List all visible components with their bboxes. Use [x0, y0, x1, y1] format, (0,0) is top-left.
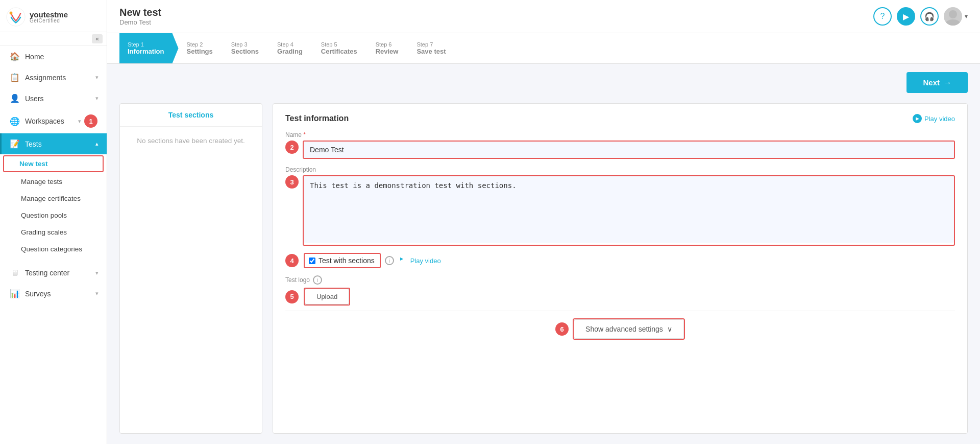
- sidebar-item-label: Users: [25, 95, 44, 103]
- description-field-group: Description 3 This test is a demonstrati…: [285, 166, 955, 246]
- svg-point-3: [946, 19, 960, 26]
- badge-6: 6: [555, 322, 569, 336]
- step-7[interactable]: Step 7 Save test: [408, 33, 456, 63]
- main-content: New test Demo Test ? ▶ 🎧 ▾ Step 1 Inform…: [107, 0, 980, 444]
- next-button[interactable]: Next →: [906, 72, 968, 93]
- test-logo-label: Test logo: [285, 276, 310, 284]
- chevron-down-icon: ▾: [95, 290, 99, 297]
- sidebar-item-label: Assignments: [25, 74, 66, 82]
- sidebar-subitem-new-test[interactable]: New test: [3, 155, 104, 172]
- description-label: Description: [285, 166, 955, 173]
- testing-center-icon: 🖥: [10, 268, 20, 277]
- advanced-settings-label: Show advanced settings: [585, 325, 663, 333]
- sidebar-subitem-label: Manage tests: [21, 178, 62, 185]
- test-logo-label-row: Test logo i: [285, 275, 955, 285]
- headset-button[interactable]: 🎧: [920, 7, 939, 26]
- home-icon: 🏠: [10, 52, 20, 61]
- step-label: Settings: [187, 48, 213, 55]
- step-label: Save test: [416, 48, 446, 55]
- sidebar-item-users[interactable]: 👤 Users ▾: [0, 88, 107, 109]
- sidebar-item-label: Tests: [25, 140, 42, 148]
- sidebar-item-tests[interactable]: 📝 Tests ▴: [0, 133, 107, 154]
- help-button[interactable]: ?: [873, 7, 892, 26]
- logo-name: youtestme: [30, 11, 68, 18]
- users-icon: 👤: [10, 94, 20, 103]
- sidebar-item-surveys[interactable]: 📊 Surveys ▾: [0, 283, 107, 304]
- step-label: Sections: [231, 48, 259, 55]
- sidebar-subitem-question-categories[interactable]: Question categories: [0, 241, 107, 258]
- sidebar-subitem-label: Question categories: [21, 245, 82, 253]
- step-3[interactable]: Step 3 Sections: [223, 33, 269, 63]
- next-button-row: Next →: [107, 64, 980, 98]
- name-label: Name *: [285, 131, 955, 138]
- step-6[interactable]: Step 6 Review: [368, 33, 409, 63]
- logo-tagline: GetCertified: [30, 18, 68, 24]
- step-label: Certificates: [321, 48, 357, 55]
- test-sections-empty: No sections have been created yet.: [120, 127, 262, 155]
- test-with-sections-checkbox[interactable]: [309, 258, 315, 264]
- left-panel: Test sections No sections have been crea…: [119, 103, 262, 434]
- step-label: Review: [376, 48, 399, 55]
- badge-1: 1: [84, 114, 97, 128]
- test-with-sections-label[interactable]: Test with sections: [318, 256, 375, 265]
- chevron-down-icon: ▾: [95, 270, 99, 276]
- step-num: Step 2: [187, 41, 213, 48]
- step-label: Grading: [277, 48, 303, 55]
- workspaces-icon: 🌐: [10, 116, 20, 126]
- surveys-icon: 📊: [10, 289, 20, 298]
- step-5[interactable]: Step 5 Certificates: [313, 33, 368, 63]
- arrow-right-icon: →: [944, 78, 951, 87]
- step-num: Step 4: [277, 41, 303, 48]
- step-num: Step 1: [128, 41, 164, 48]
- sidebar-item-home[interactable]: 🏠 Home: [0, 46, 107, 67]
- logo-icon: [6, 7, 26, 27]
- sidebar-subitem-label: Question pools: [21, 212, 67, 219]
- tests-icon: 📝: [10, 139, 20, 149]
- sidebar-subitem-manage-certificates[interactable]: Manage certificates: [0, 190, 107, 207]
- sidebar-item-label: Workspaces: [25, 117, 64, 125]
- test-name-input[interactable]: [304, 142, 954, 158]
- step-label: Information: [128, 48, 164, 55]
- sidebar: youtestme GetCertified « 🏠 Home 📋 Assign…: [0, 0, 107, 444]
- sidebar-subitem-label: New test: [19, 160, 48, 168]
- play-video-label: Play video: [924, 115, 955, 123]
- badge-5: 5: [285, 290, 299, 303]
- step-4[interactable]: Step 4 Grading: [269, 33, 313, 63]
- assignments-icon: 📋: [10, 73, 20, 82]
- play-video-link[interactable]: ▶ Play video: [913, 114, 955, 123]
- advanced-settings-row: 6 Show advanced settings ∨: [285, 311, 955, 348]
- sidebar-item-testing-center[interactable]: 🖥 Testing center ▾: [0, 263, 107, 283]
- test-sections-info-icon[interactable]: i: [385, 256, 394, 265]
- logo-info-icon[interactable]: i: [313, 275, 322, 285]
- form-title: Test information: [285, 114, 349, 123]
- play-circle-icon: ▶: [913, 114, 922, 123]
- right-panel: Test information ▶ Play video Name * 2: [273, 103, 968, 434]
- show-advanced-settings-button[interactable]: Show advanced settings ∨: [574, 319, 684, 339]
- upload-btn-box: Upload: [304, 288, 350, 306]
- sidebar-item-workspaces[interactable]: 🌐 Workspaces ▾ 1: [0, 109, 107, 133]
- play-video-2-label: Play video: [410, 257, 441, 265]
- name-field-group: Name * 2: [285, 131, 955, 159]
- sidebar-item-label: Home: [25, 53, 44, 61]
- sidebar-subitem-question-pools[interactable]: Question pools: [0, 207, 107, 224]
- sidebar-item-assignments[interactable]: 📋 Assignments ▾: [0, 67, 107, 88]
- sidebar-collapse-button[interactable]: «: [92, 34, 103, 43]
- avatar: [944, 7, 962, 26]
- play-button[interactable]: ▶: [897, 7, 915, 26]
- test-description-input[interactable]: This test is a demonstration test with s…: [304, 176, 954, 243]
- sidebar-subitem-grading-scales[interactable]: Grading scales: [0, 224, 107, 241]
- sidebar-subitem-label: Grading scales: [21, 228, 67, 236]
- badge-4: 4: [285, 254, 299, 267]
- step-2[interactable]: Step 2 Settings: [179, 33, 223, 63]
- step-num: Step 5: [321, 41, 357, 48]
- upload-button[interactable]: Upload: [305, 289, 349, 305]
- chevron-up-icon: ▴: [95, 141, 99, 147]
- sidebar-subitem-manage-tests[interactable]: Manage tests: [0, 173, 107, 190]
- next-label: Next: [923, 78, 940, 87]
- chevron-down-icon: ∨: [667, 325, 672, 333]
- user-avatar-button[interactable]: ▾: [944, 7, 968, 26]
- play-video-2-link[interactable]: ▶ Play video: [400, 256, 441, 265]
- step-1[interactable]: Step 1 Information: [119, 33, 179, 63]
- sidebar-item-label: Surveys: [25, 290, 51, 298]
- chevron-down-icon: ▾: [78, 118, 81, 125]
